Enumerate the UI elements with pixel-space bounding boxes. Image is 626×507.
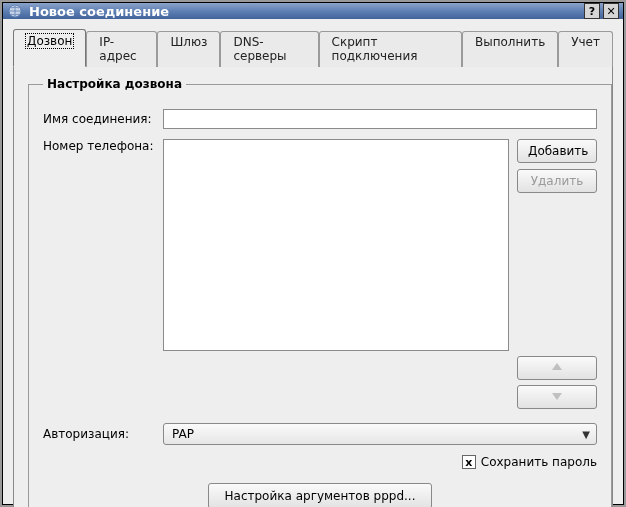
save-password-row: x Сохранить пароль [43,455,597,469]
app-icon [7,3,23,19]
auth-row: Авторизация: PAP ▼ [43,423,597,445]
close-button[interactable]: ✕ [603,3,619,19]
group-legend: Настройка дозвона [43,77,186,91]
arrow-down-icon [550,390,564,405]
client-area: Дозвон IP-адрес Шлюз DNS-серверы Скрипт … [3,19,623,507]
window-title: Новое соединение [29,4,584,19]
titlebar-buttons: ? ✕ [584,3,619,19]
add-button[interactable]: Добавить [517,139,597,163]
phone-label: Номер телефона: [43,139,163,153]
save-password-label: Сохранить пароль [481,455,597,469]
tab-dial[interactable]: Дозвон [13,29,86,67]
dial-settings-group: Настройка дозвона Имя соединения: Номер … [28,77,612,507]
phone-side-buttons: Добавить Удалить [517,139,597,351]
save-password-checkbox[interactable]: x [462,455,476,469]
connection-name-label: Имя соединения: [43,112,163,126]
move-up-button[interactable] [517,356,597,380]
tab-ip[interactable]: IP-адрес [86,31,157,67]
auth-label: Авторизация: [43,427,163,441]
tab-dns[interactable]: DNS-серверы [220,31,318,67]
tab-gateway[interactable]: Шлюз [157,31,220,67]
move-down-button[interactable] [517,385,597,409]
auth-combo[interactable]: PAP ▼ [163,423,597,445]
auth-combo-value: PAP [172,427,194,441]
tab-label: Дозвон [26,34,73,48]
pppd-args-button[interactable]: Настройка аргументов pppd... [208,483,433,507]
tab-bar: Дозвон IP-адрес Шлюз DNS-серверы Скрипт … [13,29,613,67]
chevron-down-icon: ▼ [582,429,590,440]
tab-script[interactable]: Скрипт подключения [319,31,462,67]
tab-account[interactable]: Учет [558,31,613,67]
phone-updown-buttons [517,356,597,409]
phone-list[interactable] [163,139,509,351]
delete-button[interactable]: Удалить [517,169,597,193]
help-button[interactable]: ? [584,3,600,19]
titlebar[interactable]: Новое соединение ? ✕ [3,3,623,19]
dialog-window: Новое соединение ? ✕ Дозвон IP-адрес Шлю… [2,2,624,505]
connection-name-input[interactable] [163,109,597,129]
pppd-row: Настройка аргументов pppd... [43,483,597,507]
arrow-up-icon [550,361,564,376]
tab-execute[interactable]: Выполнить [462,31,558,67]
phone-row: Номер телефона: Добавить Удалить [43,139,597,409]
tab-page-dial: Настройка дозвона Имя соединения: Номер … [13,66,613,507]
connection-name-row: Имя соединения: [43,109,597,129]
